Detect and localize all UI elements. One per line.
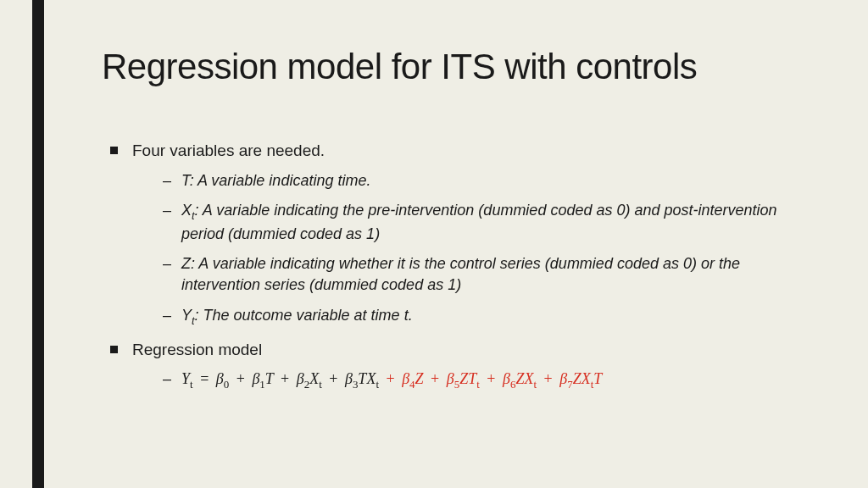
- eq-p4: +: [382, 370, 398, 387]
- eq-p1: +: [233, 370, 248, 387]
- bullet-variables: Four variables are needed. T: A variable…: [102, 140, 817, 329]
- eq-p7: +: [541, 370, 556, 387]
- eq-T: T: [265, 370, 274, 387]
- eq-p6: +: [483, 370, 498, 387]
- var-Z: Z: A variable indicating whether it is t…: [132, 253, 817, 296]
- eq-equals: =: [197, 370, 212, 387]
- eq-Xt2: t: [376, 378, 379, 391]
- eq-red-terms: + β4Z + β5ZTt + β6ZXt + β7ZXtT: [382, 370, 602, 387]
- var-Yt: Yt: The outcome variable at time t.: [132, 305, 817, 329]
- eq-Z4: Z: [573, 370, 581, 387]
- eq-Z: Z: [415, 370, 424, 387]
- eq-T3: T: [468, 370, 476, 387]
- var-Yt-desc: : The outcome variable at time t.: [195, 307, 413, 324]
- var-Xt-sym: X: [181, 202, 192, 219]
- eq-Z3: Z: [515, 370, 524, 387]
- eq-b0: β: [216, 370, 224, 387]
- eq-Xt3: t: [533, 378, 537, 391]
- var-Xt: Xt: A variable indicating the pre-interv…: [132, 200, 817, 245]
- eq-p3: +: [326, 370, 341, 387]
- var-Xt-desc: : A variable indicating the pre-interven…: [181, 202, 777, 242]
- eq-p2: +: [277, 370, 292, 387]
- equation: Yt = β0 + β1T + β2Xt + β3TXt + β4Z +: [181, 370, 602, 387]
- eq-b0s: 0: [224, 378, 229, 391]
- regression-equation: Yt = β0 + β1T + β2Xt + β3TXt + β4Z +: [132, 369, 817, 392]
- eq-Z2: Z: [459, 370, 468, 387]
- eq-b1: β: [252, 370, 259, 387]
- bullet-list: Four variables are needed. T: A variable…: [102, 140, 817, 392]
- sub-list-model: Yt = β0 + β1T + β2Xt + β3TXt + β4Z +: [132, 369, 817, 392]
- eq-p5: +: [427, 370, 442, 387]
- eq-Xt: t: [319, 378, 322, 391]
- var-Yt-sym: Y: [181, 307, 192, 324]
- sub-list-variables: T: A variable indicating time. Xt: A var…: [132, 170, 817, 329]
- eq-T4: T: [593, 370, 602, 387]
- eq-Tt: t: [476, 378, 480, 391]
- eq-T2: T: [358, 370, 366, 387]
- eq-Yt: t: [190, 378, 193, 391]
- bullet-label: Regression model: [132, 341, 262, 358]
- eq-b4: β: [402, 370, 409, 387]
- accent-bar: [32, 0, 44, 488]
- eq-X4: X: [581, 370, 591, 387]
- eq-X3: X: [524, 370, 533, 387]
- slide-content: Regression model for ITS with controls F…: [102, 47, 817, 402]
- eq-b5: β: [447, 370, 454, 387]
- page-title: Regression model for ITS with controls: [102, 47, 817, 87]
- eq-b7: β: [559, 370, 567, 387]
- var-T: T: A variable indicating time.: [132, 170, 817, 191]
- eq-X: X: [309, 370, 319, 387]
- eq-b6: β: [503, 370, 510, 387]
- bullet-model: Regression model Yt = β0 + β1T + β2Xt + …: [102, 339, 817, 392]
- bullet-label: Four variables are needed.: [132, 141, 325, 159]
- eq-X2: X: [366, 370, 376, 387]
- eq-Y: Y: [181, 370, 190, 387]
- eq-b2: β: [297, 370, 304, 387]
- eq-b3: β: [345, 370, 353, 387]
